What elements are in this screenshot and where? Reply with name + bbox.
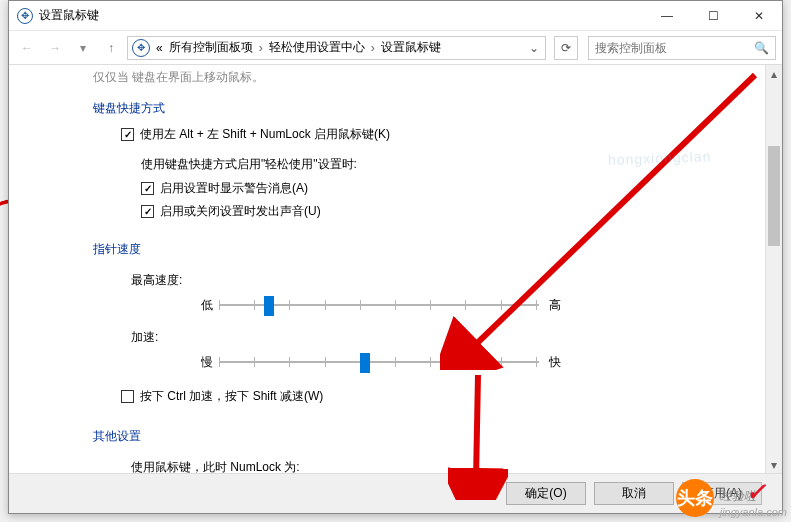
checkbox-enable-mousekeys[interactable]	[121, 128, 134, 141]
section-heading-keyboard: 键盘快捷方式	[9, 94, 764, 123]
checkbox-label: 使用左 Alt + 左 Shift + NumLock 启用鼠标键(K)	[140, 126, 390, 143]
breadcrumb-item[interactable]: 所有控制面板项	[167, 39, 255, 56]
forward-button[interactable]: →	[43, 36, 67, 60]
search-input[interactable]	[595, 41, 754, 55]
titlebar: ✥ 设置鼠标键 — ☐ ✕	[9, 1, 782, 31]
checkbox-row: 使用左 Alt + 左 Shift + NumLock 启用鼠标键(K)	[9, 123, 764, 146]
slider-low-label: 低	[189, 297, 219, 314]
slider-low-label: 慢	[189, 354, 219, 371]
truncated-text: 仅仅当 键盘在界面上移动鼠标。	[9, 65, 764, 94]
breadcrumb[interactable]: ✥ « 所有控制面板项 › 轻松使用设置中心 › 设置鼠标键 ⌄	[127, 36, 546, 60]
window: ✥ 设置鼠标键 — ☐ ✕ ← → ▾ ↑ ✥ « 所有控制面板项 › 轻松使用…	[8, 0, 783, 514]
numlock-label: 使用鼠标键，此时 NumLock 为:	[9, 451, 764, 473]
section-heading-pointer: 指针速度	[9, 235, 764, 264]
navbar: ← → ▾ ↑ ✥ « 所有控制面板项 › 轻松使用设置中心 › 设置鼠标键 ⌄…	[9, 31, 782, 65]
window-buttons: — ☐ ✕	[644, 1, 782, 30]
breadcrumb-prefix: «	[154, 41, 165, 55]
checkbox-row: 启用设置时显示警告消息(A)	[9, 177, 764, 200]
sub-intro: 使用键盘快捷方式启用"轻松使用"设置时:	[9, 146, 764, 177]
checkbox-label: 按下 Ctrl 加速，按下 Shift 减速(W)	[140, 388, 323, 405]
location-icon: ✥	[132, 39, 150, 57]
scrollbar-thumb[interactable]	[768, 146, 780, 246]
accel-label: 加速:	[9, 321, 764, 348]
max-speed-label: 最高速度:	[9, 264, 764, 291]
scrollbar-track[interactable]	[766, 82, 782, 456]
scroll-down-button[interactable]: ▾	[766, 456, 782, 473]
checkbox-label: 启用设置时显示警告消息(A)	[160, 180, 308, 197]
slider-track	[219, 361, 539, 363]
section-heading-other: 其他设置	[9, 422, 764, 451]
cancel-button[interactable]: 取消	[594, 482, 674, 505]
slider-thumb[interactable]	[264, 296, 274, 316]
slider-high-label: 高	[539, 297, 561, 314]
recent-locations-button[interactable]: ▾	[71, 36, 95, 60]
slider-row-max-speed: 低 高	[9, 291, 764, 321]
checkbox-warning[interactable]	[141, 182, 154, 195]
refresh-button[interactable]: ⟳	[554, 36, 578, 60]
breadcrumb-dropdown[interactable]: ⌄	[527, 41, 541, 55]
scroll-up-button[interactable]: ▴	[766, 65, 782, 82]
checkbox-row: 按下 Ctrl 加速，按下 Shift 减速(W)	[9, 378, 764, 408]
slider-thumb[interactable]	[360, 353, 370, 373]
checkbox-ctrl-shift[interactable]	[121, 390, 134, 403]
content-area: 仅仅当 键盘在界面上移动鼠标。 键盘快捷方式 使用左 Alt + 左 Shift…	[9, 65, 782, 473]
scroll-area: 仅仅当 键盘在界面上移动鼠标。 键盘快捷方式 使用左 Alt + 左 Shift…	[9, 65, 764, 473]
breadcrumb-item[interactable]: 轻松使用设置中心	[267, 39, 367, 56]
app-icon: ✥	[17, 8, 33, 24]
checkbox-row: 启用或关闭设置时发出声音(U)	[9, 200, 764, 223]
checkbox-sound[interactable]	[141, 205, 154, 218]
slider-high-label: 快	[539, 354, 561, 371]
max-speed-slider[interactable]	[219, 295, 539, 315]
vertical-scrollbar[interactable]: ▴ ▾	[765, 65, 782, 473]
search-box[interactable]: 🔍	[588, 36, 776, 60]
search-icon[interactable]: 🔍	[754, 41, 769, 55]
up-button[interactable]: ↑	[99, 36, 123, 60]
window-title: 设置鼠标键	[39, 7, 644, 24]
checkbox-label: 启用或关闭设置时发出声音(U)	[160, 203, 321, 220]
close-button[interactable]: ✕	[736, 1, 782, 30]
button-bar: 确定(O) 取消 应用(A)	[9, 473, 782, 513]
back-button[interactable]: ←	[15, 36, 39, 60]
slider-row-accel: 慢 快	[9, 348, 764, 378]
chevron-right-icon[interactable]: ›	[257, 41, 265, 55]
ok-button[interactable]: 确定(O)	[506, 482, 586, 505]
chevron-right-icon[interactable]: ›	[369, 41, 377, 55]
accel-slider[interactable]	[219, 352, 539, 372]
maximize-button[interactable]: ☐	[690, 1, 736, 30]
breadcrumb-item[interactable]: 设置鼠标键	[379, 39, 443, 56]
apply-button[interactable]: 应用(A)	[682, 482, 762, 505]
minimize-button[interactable]: —	[644, 1, 690, 30]
